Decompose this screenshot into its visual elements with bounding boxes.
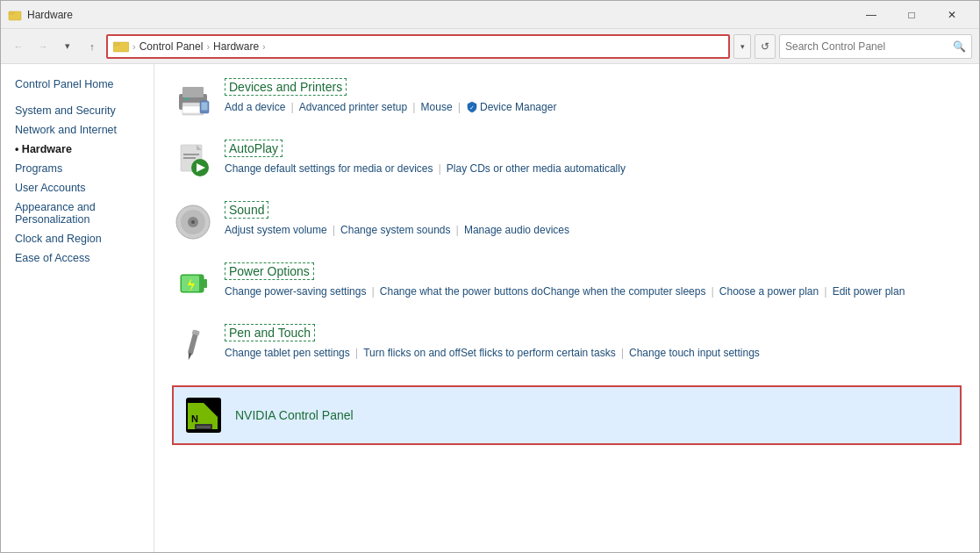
power-plan-link[interactable]: Choose a power plan	[719, 283, 819, 300]
devices-printers-links: Add a device | Advanced printer setup | …	[225, 97, 962, 117]
maximize-button[interactable]: □	[891, 1, 932, 29]
nvidia-icon: N	[182, 394, 225, 436]
advanced-printer-setup-link[interactable]: Advanced printer setup	[299, 98, 407, 116]
tablet-pen-settings-link[interactable]: Change tablet pen settings	[225, 344, 350, 362]
sidebar: Control Panel Home System and Security N…	[1, 64, 154, 552]
edit-power-plan-link[interactable]: Edit power plan	[833, 283, 905, 300]
computer-sleeps-link[interactable]: Change when the computer sleeps	[543, 283, 705, 300]
power-body: Power Options Change power-saving settin…	[225, 262, 962, 301]
sound-body: Sound Adjust system volume | Change syst…	[225, 201, 962, 240]
sound-title[interactable]: Sound	[225, 201, 268, 219]
address-dropdown-button[interactable]: ▾	[733, 34, 751, 59]
svg-rect-23	[204, 279, 207, 288]
pen-touch-links: Change tablet pen settings | Turn flicks…	[225, 343, 962, 363]
back-button[interactable]: ←	[8, 36, 29, 57]
breadcrumb-control-panel[interactable]: Control Panel	[139, 40, 204, 53]
svg-rect-5	[182, 87, 204, 97]
autoplay-links: Change default settings for media or dev…	[225, 159, 962, 178]
svg-rect-15	[183, 157, 196, 159]
nvidia-row[interactable]: N NVIDIA Control Panel	[172, 385, 962, 445]
address-bar: ← → ▾ ↑ › Control Panel › Hardware › ▾ ↺…	[1, 29, 979, 64]
shield-icon-svg: ✓	[466, 101, 478, 113]
nvidia-title[interactable]: NVIDIA Control Panel	[235, 408, 951, 422]
title-bar: Hardware — □ ✕	[1, 1, 979, 29]
category-row-autoplay: AutoPlay Change default settings for med…	[172, 140, 962, 182]
sidebar-item-system-security[interactable]: System and Security	[1, 101, 154, 120]
device-manager-link[interactable]: ✓ Device Manager	[466, 98, 556, 116]
title-bar-left: Hardware	[8, 8, 73, 22]
sidebar-item-appearance[interactable]: Appearance and Personalization	[1, 198, 154, 229]
sidebar-item-ease-access[interactable]: Ease of Access	[1, 248, 154, 268]
category-row-sound: Sound Adjust system volume | Change syst…	[172, 201, 962, 243]
svg-marker-27	[187, 353, 192, 361]
breadcrumb-hardware[interactable]: Hardware	[213, 40, 259, 53]
sound-links: Adjust system volume | Change system sou…	[225, 220, 962, 240]
power-title[interactable]: Power Options	[225, 262, 314, 280]
dropdown-nav-button[interactable]: ▾	[57, 36, 78, 57]
breadcrumb-sep-1: ›	[132, 41, 136, 52]
svg-rect-14	[183, 154, 199, 155]
svg-rect-10	[202, 103, 208, 111]
autoplay-title[interactable]: AutoPlay	[225, 140, 283, 157]
devices-printers-icon	[172, 78, 214, 120]
category-row-pen-touch: Pen and Touch Change tablet pen settings…	[172, 324, 962, 366]
category-row-power: Power Options Change power-saving settin…	[172, 262, 962, 305]
main-area: Control Panel Home System and Security N…	[1, 64, 979, 552]
power-buttons-link[interactable]: Change what the power buttons do	[380, 283, 543, 300]
sidebar-item-clock-region[interactable]: Clock and Region	[1, 229, 154, 248]
svg-text:N: N	[191, 413, 198, 424]
power-icon	[172, 262, 214, 305]
touch-input-link[interactable]: Change touch input settings	[629, 344, 760, 362]
sidebar-item-control-panel-home[interactable]: Control Panel Home	[1, 75, 154, 94]
search-input[interactable]	[785, 40, 953, 53]
pen-touch-title[interactable]: Pen and Touch	[225, 324, 315, 341]
sound-icon	[172, 201, 214, 243]
svg-rect-34	[197, 426, 211, 428]
content-area: Devices and Printers Add a device | Adva…	[154, 64, 979, 552]
up-button[interactable]: ↑	[82, 36, 103, 57]
category-row-devices-printers: Devices and Printers Add a device | Adva…	[172, 78, 962, 120]
change-default-settings-link[interactable]: Change default settings for media or dev…	[225, 160, 433, 177]
close-button[interactable]: ✕	[932, 1, 972, 29]
minimize-button[interactable]: —	[851, 1, 891, 29]
window-title: Hardware	[27, 9, 73, 21]
device-manager-label[interactable]: Device Manager	[480, 98, 556, 116]
autoplay-body: AutoPlay Change default settings for med…	[225, 140, 962, 178]
devices-printers-title[interactable]: Devices and Printers	[225, 78, 347, 96]
search-button[interactable]: 🔍	[953, 40, 966, 53]
svg-rect-1	[9, 12, 14, 14]
sidebar-item-network-internet[interactable]: Network and Internet	[1, 120, 154, 140]
mouse-link[interactable]: Mouse	[421, 98, 453, 116]
svg-rect-7	[185, 97, 189, 100]
breadcrumb-sep-2: ›	[206, 41, 210, 52]
turn-flicks-link[interactable]: Turn flicks on and off	[363, 344, 461, 362]
nvidia-body: NVIDIA Control Panel	[235, 408, 951, 422]
autoplay-icon	[172, 140, 214, 182]
manage-audio-link[interactable]: Manage audio devices	[464, 221, 569, 239]
svg-point-21	[191, 220, 195, 224]
breadcrumb-box[interactable]: › Control Panel › Hardware ›	[106, 34, 730, 59]
address-right: ▾ ↺	[733, 34, 776, 59]
window-icon	[8, 8, 22, 22]
sidebar-item-hardware[interactable]: Hardware	[1, 140, 154, 159]
sidebar-item-user-accounts[interactable]: User Accounts	[1, 178, 154, 198]
title-controls: — □ ✕	[851, 1, 972, 29]
change-system-sounds-link[interactable]: Change system sounds	[340, 221, 450, 239]
svg-rect-3	[113, 43, 119, 46]
set-flicks-link[interactable]: Set flicks to perform certain tasks	[461, 344, 616, 362]
add-device-link[interactable]: Add a device	[225, 98, 285, 116]
breadcrumb-folder-icon	[113, 40, 129, 53]
play-cds-link[interactable]: Play CDs or other media automatically	[447, 160, 626, 177]
power-links: Change power-saving settings | Change wh…	[225, 282, 962, 301]
breadcrumb-sep-3: ›	[262, 41, 266, 52]
change-power-saving-link[interactable]: Change power-saving settings	[225, 283, 366, 300]
pen-touch-body: Pen and Touch Change tablet pen settings…	[225, 324, 962, 363]
forward-button[interactable]: →	[32, 36, 54, 57]
sidebar-item-programs[interactable]: Programs	[1, 159, 154, 178]
adjust-volume-link[interactable]: Adjust system volume	[225, 221, 327, 239]
pen-touch-icon	[172, 324, 214, 366]
devices-printers-body: Devices and Printers Add a device | Adva…	[225, 78, 962, 117]
refresh-button[interactable]: ↺	[755, 34, 776, 59]
svg-text:✓: ✓	[469, 104, 475, 111]
search-box: 🔍	[779, 34, 972, 59]
